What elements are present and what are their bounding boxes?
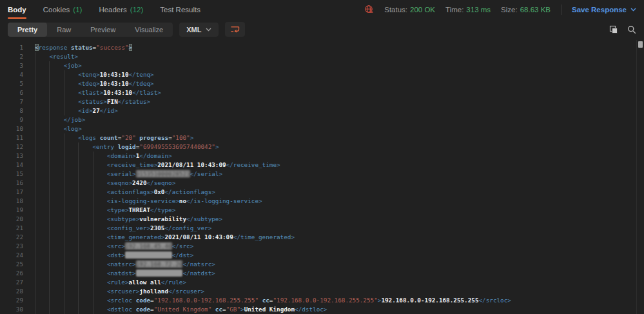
code-token: >	[82, 116, 86, 123]
scrollbar-thumb[interactable]	[638, 41, 643, 48]
indent-guide	[78, 305, 92, 314]
code-token: rule	[168, 279, 182, 286]
line-number: 25	[0, 260, 23, 269]
code-token: >	[277, 161, 280, 168]
code-line: 16<seqno>2420</seqno>	[0, 179, 644, 188]
code-token: serial	[197, 170, 219, 177]
code-line: 30<dstloc code="United Kingdom" cc="GB">…	[0, 305, 644, 314]
code-token: config_ver	[172, 224, 208, 231]
size-label: Size:	[501, 6, 518, 14]
search-button[interactable]	[627, 25, 636, 34]
view-visualize[interactable]: Visualize	[125, 23, 173, 37]
tab-cookies[interactable]: Cookies (1)	[43, 0, 83, 19]
indent-guide	[78, 152, 92, 161]
code-token: </	[186, 197, 193, 204]
view-pretty[interactable]: Pretty	[8, 23, 47, 37]
code-token: natdst	[110, 270, 132, 277]
line-number: 4	[0, 70, 23, 79]
indent-guide	[64, 260, 78, 269]
indent-guide	[49, 133, 63, 142]
indent-guide	[64, 97, 78, 106]
code-token: rule	[110, 279, 124, 286]
network-warning-icon[interactable]	[364, 5, 374, 14]
code-token: type	[110, 206, 124, 213]
code-token: srcuser	[175, 288, 200, 295]
code-token: srcuser	[110, 288, 135, 295]
code-token: 192.168.0.0-192.168.255.255	[381, 297, 478, 304]
code-token: config_ver	[110, 224, 146, 231]
view-raw[interactable]: Raw	[47, 23, 81, 37]
indent-guide	[35, 52, 49, 61]
indent-guide	[35, 70, 49, 79]
indent-guide	[78, 224, 92, 233]
code-token: natsrc	[110, 260, 132, 268]
header-divider	[561, 5, 561, 15]
language-select[interactable]: XML	[179, 23, 219, 37]
code-token: >	[219, 215, 222, 222]
code-token: vulnerability	[139, 215, 186, 222]
code-line-content: <time_generated>2021/08/11 10:43:09</tim…	[35, 233, 295, 242]
indent-guide	[49, 278, 63, 287]
line-number: 18	[0, 197, 23, 206]
code-token: "20"	[121, 134, 135, 141]
line-number: 30	[0, 305, 23, 314]
indent-guide	[49, 88, 63, 97]
code-token: >	[78, 62, 82, 69]
code-token: 0x0	[154, 188, 165, 195]
code-token: count	[100, 134, 118, 141]
code-token: </	[226, 161, 233, 168]
code-token: </	[118, 98, 125, 105]
indent-guide	[35, 197, 49, 206]
status-indicator: Status: 200 OK	[384, 6, 435, 14]
indent-guide	[49, 215, 63, 224]
code-token: "United Kingdom"	[154, 306, 212, 313]
code-token: </	[233, 233, 240, 240]
indent-guide	[35, 278, 49, 287]
indent-guide	[64, 206, 78, 215]
code-token: >	[259, 197, 262, 204]
indent-guide	[49, 170, 63, 179]
line-number: 19	[0, 206, 23, 215]
indent-guide	[64, 287, 78, 296]
code-token: </	[146, 179, 153, 186]
code-token: >	[150, 71, 154, 78]
code-token: </	[186, 215, 193, 222]
code-token: >	[132, 260, 136, 268]
code-line-content: <subtype>vulnerability</subtype>	[35, 215, 222, 224]
code-line: 5<tdeq>10:43:10</tdeq>	[0, 79, 644, 88]
line-number: 20	[0, 215, 23, 224]
response-body-code[interactable]: 1<response status="success">2<result>3<j…	[0, 40, 644, 314]
indent-guide	[49, 142, 63, 152]
code-token: >	[208, 224, 212, 231]
indent-guide	[78, 278, 92, 287]
vertical-scrollbar[interactable]	[636, 40, 644, 314]
indent-guide	[35, 296, 49, 305]
indent-guide	[78, 251, 92, 260]
indent-guide	[35, 161, 49, 170]
indent-guide	[93, 278, 107, 287]
copy-button[interactable]	[609, 25, 618, 34]
wrap-text-button[interactable]	[225, 22, 245, 37]
view-preview[interactable]: Preview	[81, 23, 125, 37]
tab-test-results[interactable]: Test Results	[160, 0, 200, 19]
code-token: >	[211, 260, 215, 268]
line-number: 21	[0, 224, 23, 233]
code-token: >	[78, 125, 82, 132]
indent-guide	[64, 305, 78, 314]
tab-body[interactable]: Body	[8, 0, 26, 19]
indent-guide	[78, 215, 92, 224]
code-line: 7<status>FIN</status>	[0, 97, 644, 106]
size-value: 68.63 KB	[520, 6, 551, 14]
line-number: 13	[0, 152, 23, 161]
code-token: >	[150, 80, 154, 87]
response-tabs: Body Cookies (1) Headers (12) Test Resul…	[8, 0, 200, 19]
code-line-content: <tenq>10:43:10</tenq>	[35, 70, 154, 79]
code-token: >	[147, 98, 151, 105]
save-response-button[interactable]: Save Response	[572, 6, 636, 14]
tab-headers[interactable]: Headers (12)	[99, 0, 143, 19]
code-token: tlast	[139, 89, 157, 96]
indent-guide	[93, 170, 107, 179]
indent-guide	[49, 206, 63, 215]
code-line: 2<result>	[0, 52, 644, 61]
indent-guide	[35, 61, 49, 70]
